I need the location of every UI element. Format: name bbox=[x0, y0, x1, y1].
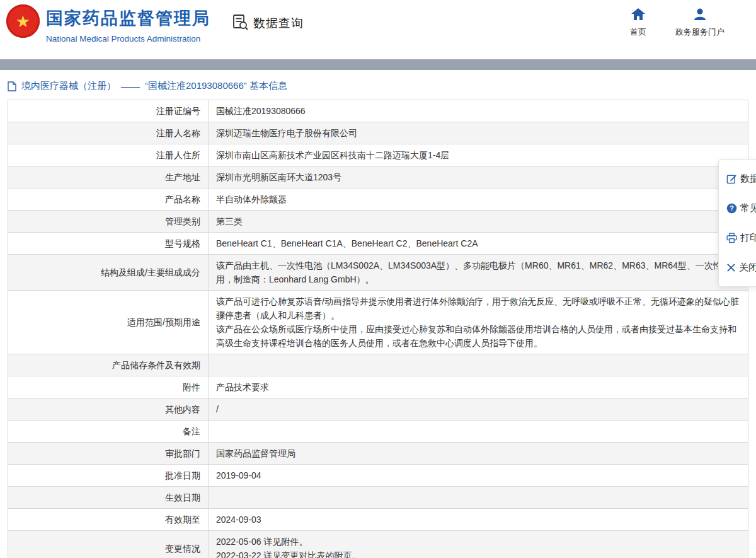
table-row: 有效期至2024-09-03 bbox=[8, 509, 748, 531]
row-value: BeneHeart C1、BeneHeart C1A、BeneHeart C2、… bbox=[209, 233, 748, 255]
print-icon bbox=[726, 233, 737, 243]
panel-item-faq[interactable]: ?常见 bbox=[719, 194, 756, 223]
row-value: 半自动体外除颤器 bbox=[209, 189, 748, 211]
row-label: 有效期至 bbox=[8, 509, 209, 531]
table-row: 变更情况2022-05-06 详见附件。2022-03-22 详见变更对比表的附… bbox=[8, 531, 748, 558]
row-value: 国家药品监督管理局 bbox=[209, 443, 748, 465]
row-label: 结构及组成/主要组成成分 bbox=[8, 255, 209, 291]
row-value: 产品技术要求 bbox=[209, 376, 748, 398]
org-name-en: National Medical Products Administration bbox=[46, 34, 210, 44]
row-label: 审批部门 bbox=[8, 443, 209, 465]
nav-item-label: 首页 bbox=[630, 26, 646, 38]
row-label: 注册人住所 bbox=[8, 144, 209, 166]
national-emblem-icon: ★ bbox=[16, 13, 30, 30]
document-icon bbox=[8, 81, 16, 91]
header-divider-band bbox=[0, 59, 756, 70]
row-label: 生产地址 bbox=[8, 166, 209, 189]
row-label: 注册人名称 bbox=[8, 122, 209, 144]
row-label: 产品储存条件及有效期 bbox=[8, 354, 209, 376]
registration-info-table: 注册证编号国械注准20193080666注册人名称深圳迈瑞生物医疗电子股份有限公… bbox=[8, 100, 748, 558]
edit-icon bbox=[726, 173, 737, 184]
table-row: 备注 bbox=[8, 421, 748, 443]
panel-item-print[interactable]: 打印 bbox=[719, 223, 756, 253]
table-row: 结构及组成/主要组成成分该产品由主机、一次性电池（LM34S002A、LM34S… bbox=[8, 255, 748, 291]
row-value: / bbox=[209, 398, 748, 421]
table-row: 批准日期2019-09-04 bbox=[8, 465, 748, 487]
row-label: 管理类别 bbox=[8, 211, 209, 233]
row-label: 生效日期 bbox=[8, 487, 209, 509]
row-value: 第三类 bbox=[209, 211, 748, 233]
row-label: 变更情况 bbox=[8, 531, 209, 558]
table-row: 附件产品技术要求 bbox=[8, 376, 748, 398]
table-row: 其他内容/ bbox=[8, 398, 748, 421]
row-label: 其他内容 bbox=[8, 398, 209, 421]
row-value: 该产品可进行心肺复苏语音/动画指导并提示使用者进行体外除颤治疗，用于救治无反应、… bbox=[209, 291, 748, 354]
table-row: 生产地址深圳市光明新区南环大道1203号 bbox=[8, 166, 748, 189]
row-value: 2024-09-03 bbox=[209, 509, 748, 531]
row-value: 国械注准20193080666 bbox=[209, 100, 748, 122]
table-row: 注册证编号国械注准20193080666 bbox=[8, 100, 748, 122]
row-value: 2022-05-06 详见附件。2022-03-22 详见变更对比表的附页。 bbox=[209, 531, 748, 558]
row-value: 深圳迈瑞生物医疗电子股份有限公司 bbox=[209, 122, 748, 144]
floating-tool-panel: 数据?常见打印关闭 bbox=[718, 160, 756, 287]
org-names: 国家药品监督管理局 National Medical Products Admi… bbox=[46, 7, 210, 44]
row-value: 2019-09-04 bbox=[209, 465, 748, 487]
home-icon bbox=[631, 8, 645, 23]
row-label: 产品名称 bbox=[8, 189, 209, 211]
row-label: 注册证编号 bbox=[8, 100, 209, 122]
table-row: 注册人住所深圳市南山区高新技术产业园区科技南十二路迈瑞大厦1-4层 bbox=[8, 144, 748, 166]
table-row: 管理类别第三类 bbox=[8, 211, 748, 233]
table-row: 产品储存条件及有效期 bbox=[8, 354, 748, 376]
table-row: 产品名称半自动体外除颤器 bbox=[8, 189, 748, 211]
row-value bbox=[209, 354, 748, 376]
data-query-icon bbox=[232, 13, 249, 33]
row-value bbox=[209, 487, 748, 509]
org-name-cn: 国家药品监督管理局 bbox=[46, 7, 210, 30]
row-label: 适用范围/预期用途 bbox=[8, 291, 209, 354]
panel-item-label: 关闭 bbox=[739, 262, 756, 274]
user-icon bbox=[694, 8, 706, 23]
row-label: 备注 bbox=[8, 421, 209, 443]
panel-item-data-feedback[interactable]: 数据 bbox=[719, 164, 756, 194]
row-value bbox=[209, 421, 748, 443]
breadcrumb-separator: —— bbox=[121, 81, 140, 91]
svg-text:?: ? bbox=[730, 204, 734, 212]
panel-item-label: 常见 bbox=[740, 202, 756, 214]
nav-item-home[interactable]: 首页 bbox=[630, 8, 646, 38]
table-row: 审批部门国家药品监督管理局 bbox=[8, 443, 748, 465]
table-row: 生效日期 bbox=[8, 487, 748, 509]
site-header: ★ 国家药品监督管理局 National Medical Products Ad… bbox=[0, 0, 756, 59]
panel-item-label: 数据 bbox=[740, 173, 756, 185]
question-icon: ? bbox=[726, 203, 737, 214]
row-value: 深圳市光明新区南环大道1203号 bbox=[209, 166, 748, 189]
data-query-section[interactable]: 数据查询 bbox=[232, 13, 304, 33]
row-label: 型号规格 bbox=[8, 233, 209, 255]
data-query-label: 数据查询 bbox=[253, 15, 304, 32]
table-row: 适用范围/预期用途该产品可进行心肺复苏语音/动画指导并提示使用者进行体外除颤治疗… bbox=[8, 291, 748, 354]
nav-item-label: 政务服务门户 bbox=[675, 26, 724, 38]
top-nav: 首页 政务服务门户 bbox=[630, 8, 724, 38]
table-row: 注册人名称深圳迈瑞生物医疗电子股份有限公司 bbox=[8, 122, 748, 144]
row-label: 附件 bbox=[8, 376, 209, 398]
close-icon bbox=[726, 263, 736, 272]
row-value: 该产品由主机、一次性电池（LM34S002A、LM34S003A型）、多功能电极… bbox=[209, 255, 748, 291]
row-label: 批准日期 bbox=[8, 465, 209, 487]
nav-item-gov-service-portal[interactable]: 政务服务门户 bbox=[675, 8, 724, 38]
table-row: 型号规格BeneHeart C1、BeneHeart C1A、BeneHeart… bbox=[8, 233, 748, 255]
nmpa-logo: ★ bbox=[6, 4, 40, 38]
panel-item-close[interactable]: 关闭 bbox=[719, 253, 756, 282]
breadcrumb: 境内医疗器械（注册） —— “国械注准20193080666” 基本信息 bbox=[0, 70, 756, 100]
page-title: “国械注准20193080666” 基本信息 bbox=[145, 80, 287, 92]
panel-item-label: 打印 bbox=[740, 232, 756, 244]
row-value: 深圳市南山区高新技术产业园区科技南十二路迈瑞大厦1-4层 bbox=[209, 144, 748, 166]
breadcrumb-category[interactable]: 境内医疗器械（注册） bbox=[21, 80, 116, 92]
